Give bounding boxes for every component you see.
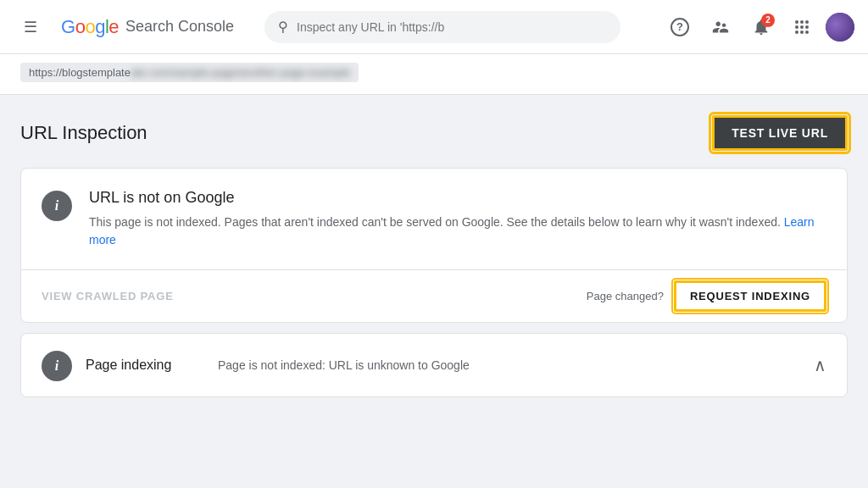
notifications-button[interactable]: 2 [744, 10, 778, 44]
app-name-label: Search Console [125, 18, 234, 36]
help-button[interactable]: ? [663, 10, 697, 44]
manage-accounts-icon [711, 18, 730, 36]
request-indexing-button[interactable]: REQUEST INDEXING [674, 280, 826, 312]
accounts-button[interactable] [704, 10, 737, 44]
card-actions: VIEW CRAWLED PAGE Page changed? REQUEST … [21, 269, 847, 322]
header-actions: ? 2 [663, 10, 854, 44]
grid-apps-button[interactable] [785, 10, 819, 44]
test-live-url-button[interactable]: TEST LIVE URL [712, 115, 848, 151]
grid-icon [795, 20, 809, 34]
page-indexing-title: Page indexing [86, 358, 204, 373]
page-title: URL Inspection [20, 122, 147, 144]
help-icon: ? [670, 18, 689, 36]
menu-button[interactable]: ☰ [14, 10, 47, 44]
page-indexing-section: i Page indexing Page is not indexed: URL… [21, 334, 847, 396]
app-header: ☰ Google Search Console ⚲ ? 2 [0, 0, 868, 54]
google-logo: Google [61, 16, 119, 38]
not-indexed-description: This page is not indexed. Pages that are… [89, 214, 826, 249]
page-header: URL Inspection TEST LIVE URL [20, 115, 848, 151]
page-indexing-status: Page is not indexed: URL is unknown to G… [218, 358, 800, 372]
main-content: URL Inspection TEST LIVE URL i URL is no… [0, 95, 868, 428]
page-indexing-info-icon: i [42, 351, 72, 381]
logo-container[interactable]: Google Search Console [61, 16, 234, 38]
search-input[interactable] [297, 20, 607, 34]
hamburger-icon: ☰ [24, 18, 37, 36]
search-bar[interactable]: ⚲ [264, 11, 620, 43]
chevron-up-icon[interactable]: ∧ [814, 355, 826, 375]
avatar-image [826, 13, 854, 42]
not-indexed-card: i URL is not on Google This page is not … [20, 168, 848, 323]
search-icon: ⚲ [278, 19, 288, 35]
avatar[interactable] [826, 13, 854, 42]
not-indexed-text: URL is not on Google This page is not in… [89, 189, 826, 249]
view-crawled-button: VIEW CRAWLED PAGE [42, 290, 174, 302]
not-indexed-heading: URL is not on Google [89, 189, 826, 207]
url-breadcrumb-bar: https://blogstemplateate.com/sample-page… [0, 54, 868, 95]
not-indexed-section: i URL is not on Google This page is not … [21, 169, 847, 269]
info-icon: i [42, 191, 72, 221]
page-changed-label: Page changed? [587, 290, 664, 302]
notification-count: 2 [761, 14, 775, 27]
page-indexing-card: i Page indexing Page is not indexed: URL… [20, 333, 848, 397]
right-actions: Page changed? REQUEST INDEXING [587, 280, 826, 312]
current-url: https://blogstemplateate.com/sample-page… [20, 63, 359, 82]
